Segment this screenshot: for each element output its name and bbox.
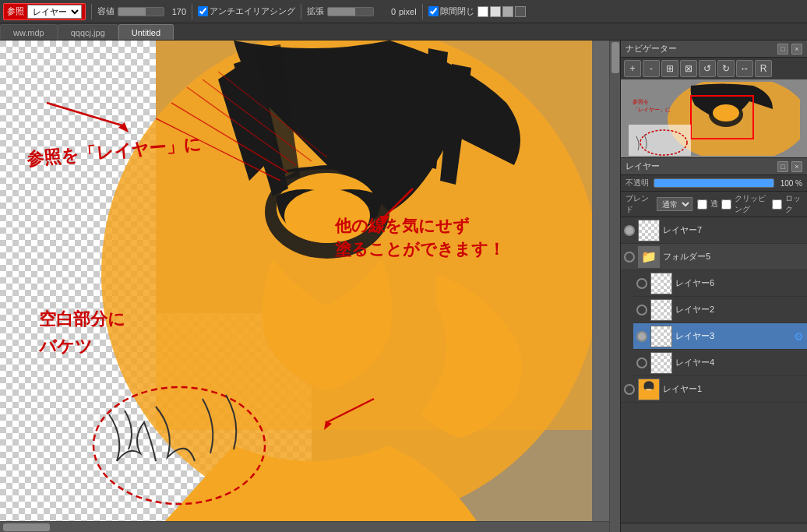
nav-zoom-out-btn[interactable]: - (643, 60, 660, 77)
layer-3-visibility[interactable] (636, 331, 647, 342)
nav-fit-btn[interactable]: ⊞ (661, 60, 678, 77)
nav-zoom-in-btn[interactable]: + (624, 60, 641, 77)
layer-item-3[interactable]: レイヤー3 ⚙ (633, 323, 807, 350)
layer-select[interactable]: レイヤー (27, 5, 82, 19)
opacity-fill (654, 179, 774, 187)
antialias-label: アンチエイリアシング (210, 5, 295, 17)
folder-5-thumb: 📁 (638, 246, 660, 268)
lock-checkbox[interactable] (772, 199, 782, 210)
toolbar: 参照 レイヤー 容値 170 アンチエイリアシング 拡張 0 pixel 隙間閉… (0, 0, 807, 23)
horizontal-scrollbar[interactable] (0, 521, 609, 532)
navigator-preview-svg: 参照を 「レイヤー」に (629, 82, 800, 156)
capacity-label: 容値 (97, 5, 115, 17)
capacity-slider[interactable] (118, 7, 164, 16)
layer-6-visibility[interactable] (636, 278, 647, 289)
layer-6-name: レイヤー6 (675, 277, 804, 289)
canvas-svg: 参照を「レイヤー」に 他の線を気にせず 塗ることができます！ 空白部分に バケツ (0, 41, 592, 532)
layer-2-visibility[interactable] (636, 305, 647, 315)
layer-item-2[interactable]: レイヤー2 (633, 297, 807, 323)
navigator-controls: □ × (777, 44, 802, 55)
layer-4-thumb (650, 352, 672, 374)
navigator-title: ナビゲーター (626, 43, 677, 55)
layer-1-name: レイヤー1 (663, 383, 804, 395)
tabbar: ww.mdp qqqcj.jpg Untitled (0, 23, 807, 41)
svg-point-13 (284, 188, 370, 243)
svg-text:空白部分に: 空白部分に (39, 309, 125, 329)
opacity-value: 100 % (779, 179, 802, 188)
through-checkbox[interactable] (697, 199, 707, 210)
layer-2-name: レイヤー2 (675, 304, 804, 315)
layer-2-thumb (650, 299, 672, 321)
sep2 (192, 4, 192, 19)
svg-text:バケツ: バケツ (38, 336, 93, 356)
canvas-area[interactable]: 参照を「レイヤー」に 他の線を気にせず 塗ることができます！ 空白部分に バケツ (0, 41, 620, 532)
capacity-value: 170 (167, 7, 186, 16)
svg-text:参照を: 参照を (633, 99, 649, 105)
layer-1-visibility[interactable] (624, 384, 635, 395)
layer-item-1[interactable]: レイヤー1 (621, 376, 807, 403)
ref-layer-box: 参照 レイヤー (3, 3, 86, 20)
layer-4-name: レイヤー4 (675, 357, 804, 368)
sep4 (422, 4, 423, 19)
antialias-checkbox-item: アンチエイリアシング (198, 5, 295, 17)
navigator-panel: ナビゲーター □ × + - ⊞ ⊠ ↺ ↻ ↔ R (621, 41, 807, 158)
nav-reset-btn[interactable]: R (755, 60, 772, 77)
navigator-close-btn[interactable]: × (791, 44, 802, 55)
blend-select[interactable]: 通常 (657, 197, 692, 211)
swatch-white[interactable] (478, 6, 488, 17)
layers-popout-btn[interactable]: □ (777, 161, 788, 172)
layer-item-6[interactable]: レイヤー6 (633, 270, 807, 297)
layers-titlebar: レイヤー □ × (621, 158, 807, 175)
clipping-label: クリッピング (735, 193, 769, 215)
ref-label: 参照 (7, 5, 24, 17)
expand-slider[interactable] (327, 7, 374, 16)
layer-item-4[interactable]: レイヤー4 (633, 350, 807, 376)
svg-text:塗ることができます！: 塗ることができます！ (335, 240, 505, 258)
gap-close-checkbox-item: 隙間閉じ (428, 5, 474, 17)
right-panel: ナビゲーター □ × + - ⊞ ⊠ ↺ ↻ ↔ R (620, 41, 807, 532)
gap-close-checkbox[interactable] (428, 6, 439, 16)
vertical-scrollbar[interactable] (609, 41, 620, 532)
layers-close-btn[interactable]: × (791, 161, 802, 172)
tab-ww[interactable]: ww.mdp (0, 24, 58, 40)
antialias-checkbox[interactable] (198, 6, 208, 16)
pixel-label: pixel (399, 7, 417, 16)
blend-label: ブレンド (626, 193, 652, 215)
swatch-light[interactable] (490, 6, 501, 17)
layers-opacity-row: 不透明 100 % (621, 175, 807, 192)
layer-3-name: レイヤー3 (675, 330, 791, 342)
layer-item-folder5[interactable]: 📁 フォルダー5 (621, 244, 807, 270)
layer-7-visibility[interactable] (624, 225, 635, 236)
swatch-dark[interactable] (515, 6, 526, 17)
layers-title: レイヤー (626, 160, 660, 172)
layers-bottom-scroll[interactable] (621, 523, 807, 532)
swatch-mid[interactable] (502, 6, 513, 17)
expand-label: 拡張 (307, 5, 324, 17)
layer-item-7[interactable]: レイヤー7 (621, 217, 807, 244)
nav-rotate-right-btn[interactable]: ↻ (717, 60, 735, 77)
navigator-popout-btn[interactable]: □ (777, 44, 788, 55)
layer-3-gear-icon[interactable]: ⚙ (794, 330, 804, 343)
tab-qqqq[interactable]: qqqcj.jpg (58, 24, 118, 40)
nav-rotate-left-btn[interactable]: ↺ (699, 60, 716, 77)
folder-5-visibility[interactable] (624, 252, 635, 262)
folder-5-name: フォルダー5 (663, 251, 804, 262)
main-content: 参照を「レイヤー」に 他の線を気にせず 塗ることができます！ 空白部分に バケツ (0, 41, 807, 532)
h-scrollbar-thumb[interactable] (3, 523, 50, 531)
scrollbar-thumb[interactable] (611, 42, 619, 73)
layer-4-visibility[interactable] (636, 358, 647, 368)
svg-text:他の線を気にせず: 他の線を気にせず (334, 217, 470, 235)
navigator-toolbar: + - ⊞ ⊠ ↺ ↻ ↔ R (621, 58, 807, 79)
tab-untitled[interactable]: Untitled (118, 24, 174, 40)
svg-point-34 (713, 104, 739, 122)
layers-controls: □ × (777, 161, 802, 172)
layer-7-name: レイヤー7 (663, 224, 804, 236)
sep1 (91, 4, 92, 19)
opacity-slider[interactable] (654, 178, 774, 188)
nav-flip-btn[interactable]: ↔ (736, 60, 753, 77)
nav-zoom-fit-btn[interactable]: ⊠ (680, 60, 697, 77)
layers-blend-row: ブレンド 通常 透 クリッピング ロック (621, 192, 807, 217)
sep3 (301, 4, 301, 19)
clipping-checkbox[interactable] (721, 199, 731, 210)
layers-list: レイヤー7 📁 フォルダー5 レイヤー6 (621, 217, 807, 523)
